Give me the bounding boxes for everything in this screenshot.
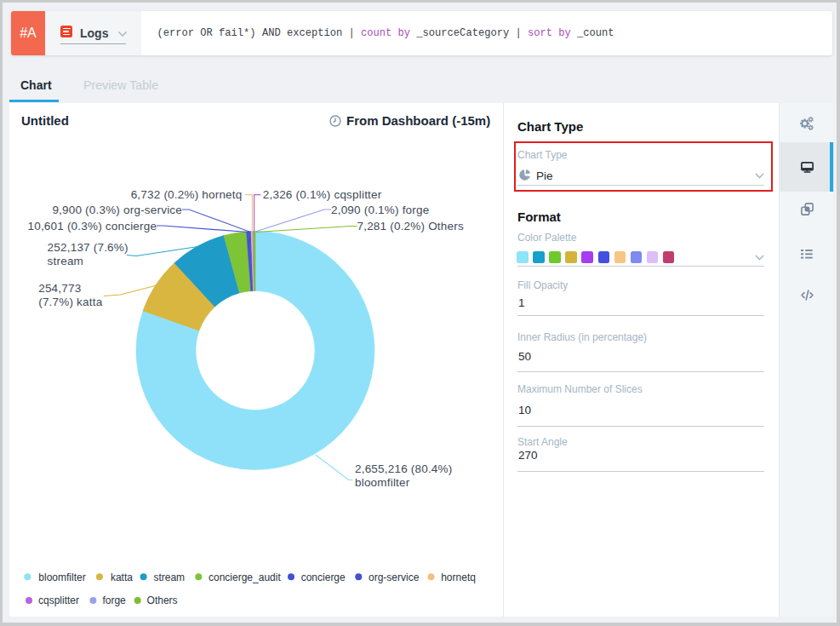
- svg-text:hornetq: hornetq: [441, 571, 476, 583]
- svg-text:6,732 (0.2%) hornetq: 6,732 (0.2%) hornetq: [131, 188, 243, 201]
- svg-text:katta: katta: [111, 571, 133, 583]
- svg-text:org-service: org-service: [369, 571, 420, 583]
- svg-text:2,326 (0.1%) cqsplitter: 2,326 (0.1%) cqsplitter: [263, 188, 382, 201]
- svg-text:10,601 (0.3%) concierge: 10,601 (0.3%) concierge: [27, 220, 157, 233]
- svg-text:forge: forge: [102, 594, 126, 606]
- svg-text:bloomfilter: bloomfilter: [38, 571, 85, 583]
- svg-text:7,281 (0.2%) Others: 7,281 (0.2%) Others: [357, 220, 464, 233]
- svg-text:stream: stream: [153, 571, 185, 583]
- svg-text:254,773: 254,773: [38, 282, 81, 295]
- svg-text:2,655,216 (80.4%): 2,655,216 (80.4%): [355, 462, 452, 475]
- svg-text:Others: Others: [147, 594, 178, 606]
- svg-text:9,900 (0.3%) org-service: 9,900 (0.3%) org-service: [52, 204, 182, 216]
- svg-text:concierge_audit: concierge_audit: [209, 571, 281, 583]
- svg-text:cqsplitter: cqsplitter: [38, 594, 79, 606]
- svg-text:(7.7%) katta: (7.7%) katta: [38, 296, 102, 308]
- svg-text:stream: stream: [48, 255, 83, 267]
- svg-text:concierge: concierge: [301, 571, 346, 583]
- svg-text:2,090 (0.1%) forge: 2,090 (0.1%) forge: [331, 204, 429, 216]
- svg-text:bloomfilter: bloomfilter: [355, 476, 410, 489]
- svg-text:252,137 (7.6%): 252,137 (7.6%): [48, 241, 129, 254]
